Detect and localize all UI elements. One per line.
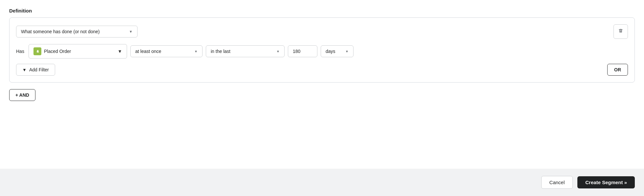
frequency-select[interactable]: at least once ▼ <box>130 45 203 57</box>
time-qualifier-label: in the last <box>211 49 274 54</box>
has-label: Has <box>16 49 25 54</box>
and-label: + AND <box>15 92 29 98</box>
add-filter-button[interactable]: ▼ Add Filter <box>16 64 55 76</box>
time-qualifier-chevron-icon: ▼ <box>276 50 280 53</box>
bottom-row: ▼ Add Filter OR <box>16 64 628 76</box>
what-someone-label: What someone has done (or not done) <box>21 29 100 34</box>
cancel-label: Cancel <box>549 180 565 185</box>
frequency-label: at least once <box>135 49 192 54</box>
and-row: + AND <box>9 89 635 101</box>
event-label: Placed Order <box>44 49 115 54</box>
unit-chevron-icon: ▼ <box>345 50 349 53</box>
section-title: Definition <box>9 8 635 13</box>
what-select-wrapper: What someone has done (or not done) ▼ <box>16 26 138 37</box>
what-someone-select[interactable]: What someone has done (or not done) ▼ <box>16 26 138 37</box>
footer-bar: Cancel Create Segment » <box>0 169 644 196</box>
event-chevron-icon: ▼ <box>118 49 122 54</box>
add-filter-label: Add Filter <box>29 67 49 72</box>
create-segment-label: Create Segment » <box>585 180 627 185</box>
top-row: What someone has done (or not done) ▼ <box>16 24 628 39</box>
shopify-icon <box>33 47 41 55</box>
what-someone-chevron-icon: ▼ <box>129 30 133 34</box>
filter-icon: ▼ <box>22 67 27 72</box>
or-button[interactable]: OR <box>607 64 628 76</box>
cancel-button[interactable]: Cancel <box>541 176 573 189</box>
unit-select[interactable]: days ▼ <box>321 45 354 57</box>
event-select[interactable]: Placed Order ▼ <box>29 44 127 59</box>
and-button[interactable]: + AND <box>9 89 35 101</box>
page-wrapper: Definition What someone has done (or not… <box>0 0 644 196</box>
create-segment-button[interactable]: Create Segment » <box>577 176 635 188</box>
definition-block: What someone has done (or not done) ▼ Ha… <box>9 17 635 83</box>
frequency-chevron-icon: ▼ <box>194 50 198 53</box>
unit-label: days <box>326 49 343 54</box>
trash-icon <box>618 28 623 35</box>
or-label: OR <box>614 67 621 72</box>
delete-button[interactable] <box>613 24 628 39</box>
condition-row: Has Placed Order ▼ at least once ▼ <box>16 44 628 59</box>
time-qualifier-select[interactable]: in the last ▼ <box>206 45 285 57</box>
days-number-input[interactable] <box>288 45 317 57</box>
